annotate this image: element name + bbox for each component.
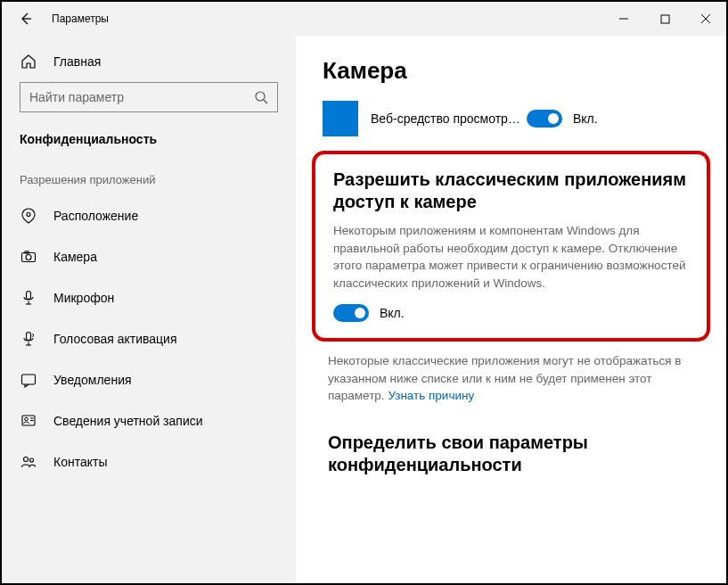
home-button[interactable]: Главная — [2, 48, 296, 82]
close-button[interactable] — [685, 2, 726, 36]
classic-apps-heading: Разрешить классическим приложениям досту… — [333, 169, 689, 213]
microphone-icon — [20, 290, 37, 306]
svg-point-5 — [256, 92, 265, 101]
maximize-button[interactable] — [644, 2, 685, 36]
svg-rect-17 — [22, 375, 36, 384]
sidebar-section-title: Конфиденциальность — [2, 128, 296, 169]
sidebar-item-label: Камера — [53, 250, 97, 264]
classic-apps-description: Некоторым приложениям и компонентам Wind… — [333, 222, 689, 292]
maximize-icon — [660, 14, 670, 24]
sidebar-item-contacts[interactable]: Контакты — [2, 441, 296, 482]
classic-apps-note: Некоторые классические приложения могут … — [323, 350, 699, 426]
svg-rect-11 — [27, 292, 31, 300]
sidebar-item-label: Сведения учетной записи — [53, 414, 203, 428]
account-info-icon — [20, 413, 37, 429]
arrow-left-icon — [19, 12, 33, 26]
sidebar-item-voice-activation[interactable]: Голосовая активация — [2, 318, 296, 359]
svg-point-9 — [26, 255, 31, 260]
close-icon — [700, 13, 711, 24]
classic-apps-toggle[interactable] — [333, 304, 369, 322]
svg-line-6 — [264, 100, 267, 103]
sidebar: Главная Конфиденциальность Разрешения пр… — [2, 36, 296, 583]
sidebar-item-label: Микрофон — [53, 291, 114, 305]
privacy-settings-heading: Определить свои параметры конфиденциальн… — [323, 426, 699, 476]
content: Камера Веб-средство просмотра к… Вкл. Ра… — [296, 36, 726, 583]
voice-activation-icon — [20, 331, 37, 347]
location-icon — [20, 208, 37, 224]
camera-icon — [20, 249, 37, 265]
search-icon — [254, 90, 268, 104]
sidebar-item-label: Контакты — [53, 455, 107, 469]
svg-rect-2 — [661, 15, 669, 23]
svg-rect-14 — [27, 333, 31, 341]
sidebar-item-label: Расположение — [53, 209, 138, 223]
contacts-icon — [20, 454, 37, 470]
search-box[interactable] — [20, 82, 278, 112]
back-button[interactable] — [16, 9, 36, 29]
home-label: Главная — [53, 54, 101, 69]
learn-more-link[interactable]: Узнать причину — [388, 389, 474, 402]
svg-point-19 — [25, 417, 29, 421]
svg-point-23 — [30, 458, 34, 462]
svg-point-7 — [27, 213, 30, 217]
sidebar-item-notifications[interactable]: Уведомления — [2, 359, 296, 400]
sidebar-item-microphone[interactable]: Микрофон — [2, 277, 296, 318]
sidebar-item-label: Голосовая активация — [53, 332, 177, 346]
classic-apps-section: Разрешить классическим приложениям досту… — [312, 151, 710, 342]
page-title: Камера — [323, 57, 699, 85]
window-title: Параметры — [52, 12, 109, 25]
main: Главная Конфиденциальность Разрешения пр… — [2, 36, 726, 583]
minimize-button[interactable] — [603, 2, 644, 36]
search-input[interactable] — [29, 90, 254, 104]
titlebar: Параметры — [2, 2, 726, 36]
sidebar-item-location[interactable]: Расположение — [2, 195, 296, 236]
settings-window: Параметры Главная — [0, 0, 728, 585]
sidebar-group-title: Разрешения приложений — [2, 169, 296, 195]
app-toggle[interactable] — [527, 110, 562, 128]
minimize-icon — [618, 13, 629, 24]
sidebar-item-camera[interactable]: Камера — [2, 236, 296, 277]
app-permission-row: Веб-средство просмотра к… Вкл. — [323, 101, 699, 136]
notifications-icon — [20, 372, 37, 388]
home-icon — [20, 54, 37, 70]
note-text: Некоторые классические приложения могут … — [328, 354, 681, 402]
sidebar-item-label: Уведомления — [53, 373, 132, 387]
app-icon — [323, 101, 358, 136]
window-controls — [603, 2, 726, 36]
classic-apps-toggle-row: Вкл. — [333, 304, 689, 322]
svg-point-22 — [24, 457, 29, 462]
classic-apps-toggle-label: Вкл. — [380, 306, 405, 320]
app-toggle-label: Вкл. — [573, 111, 598, 126]
sidebar-item-account-info[interactable]: Сведения учетной записи — [2, 400, 296, 441]
app-name: Веб-средство просмотра к… — [371, 111, 527, 126]
